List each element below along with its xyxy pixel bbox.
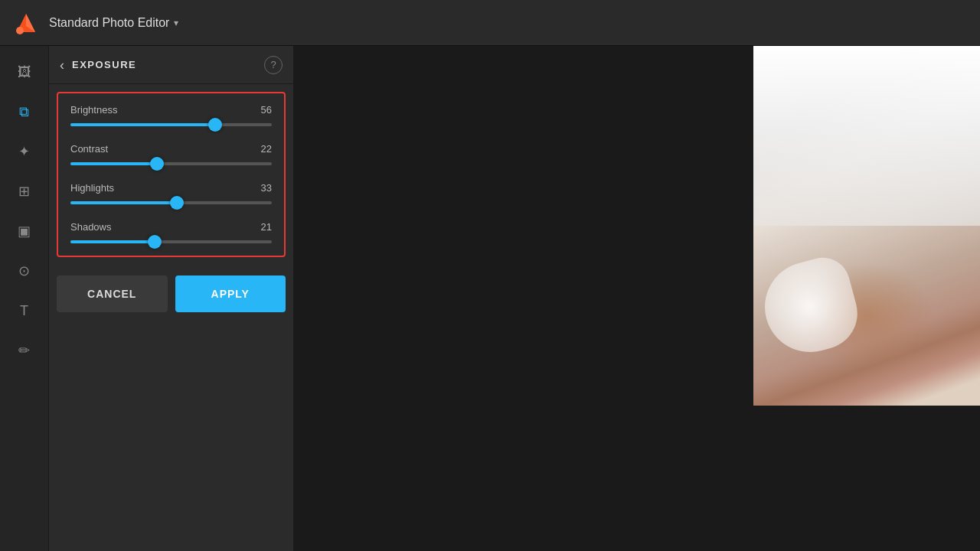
app-logo — [12, 9, 40, 37]
camera-icon[interactable]: ⊙ — [8, 254, 41, 288]
svg-point-0 — [16, 27, 24, 34]
apply-button[interactable]: APPLY — [175, 276, 286, 312]
image-icon[interactable]: 🖼 — [8, 55, 41, 89]
chevron-down-icon: ▾ — [174, 18, 178, 28]
action-buttons: CANCEL APPLY — [49, 265, 293, 323]
text-icon[interactable]: T — [8, 294, 41, 328]
brightness-track[interactable] — [70, 123, 272, 126]
brightness-label: Brightness — [70, 104, 117, 116]
shadows-track[interactable] — [70, 240, 272, 243]
canvas-area — [294, 46, 980, 551]
contrast-label: Contrast — [70, 143, 108, 155]
frame-icon[interactable]: ▣ — [8, 214, 41, 248]
contrast-track[interactable] — [70, 162, 272, 165]
highlights-value: 33 — [261, 182, 272, 194]
magic-icon[interactable]: ✦ — [8, 135, 41, 168]
photo-preview — [753, 46, 980, 406]
back-button[interactable]: ‹ — [60, 58, 64, 72]
sliders-icon[interactable]: ⧉ — [8, 95, 41, 129]
cancel-button[interactable]: CANCEL — [57, 276, 168, 312]
panel-header: ‹ EXPOSURE ? — [49, 46, 293, 84]
exposure-panel: ‹ EXPOSURE ? Brightness 56 Contrast — [49, 46, 294, 551]
icon-sidebar: 🖼⧉✦⊞▣⊙T✏ — [0, 46, 49, 551]
highlights-row: Highlights 33 — [58, 174, 284, 214]
shadows-label: Shadows — [70, 221, 111, 233]
highlights-track[interactable] — [70, 201, 272, 204]
contrast-value: 22 — [261, 143, 272, 155]
sliders-container: Brightness 56 Contrast 22 — [57, 92, 286, 257]
brightness-row: Brightness 56 — [58, 96, 284, 135]
brightness-value: 56 — [261, 104, 272, 116]
brush-icon[interactable]: ✏ — [8, 334, 41, 367]
panel-title: EXPOSURE — [72, 59, 256, 70]
highlights-label: Highlights — [70, 182, 114, 194]
contrast-row: Contrast 22 — [58, 135, 284, 174]
shadows-row: Shadows 21 — [58, 214, 284, 253]
app-title: Standard Photo Editor — [49, 16, 169, 30]
topbar: Standard Photo Editor ▾ — [0, 0, 980, 46]
main-area: 🖼⧉✦⊞▣⊙T✏ ‹ EXPOSURE ? Brightness 56 — [0, 46, 980, 551]
app-title-dropdown[interactable]: Standard Photo Editor ▾ — [49, 16, 178, 30]
help-button[interactable]: ? — [264, 56, 283, 74]
photo-highlight — [753, 46, 980, 244]
shadows-value: 21 — [261, 221, 272, 233]
grid-icon[interactable]: ⊞ — [8, 174, 41, 208]
